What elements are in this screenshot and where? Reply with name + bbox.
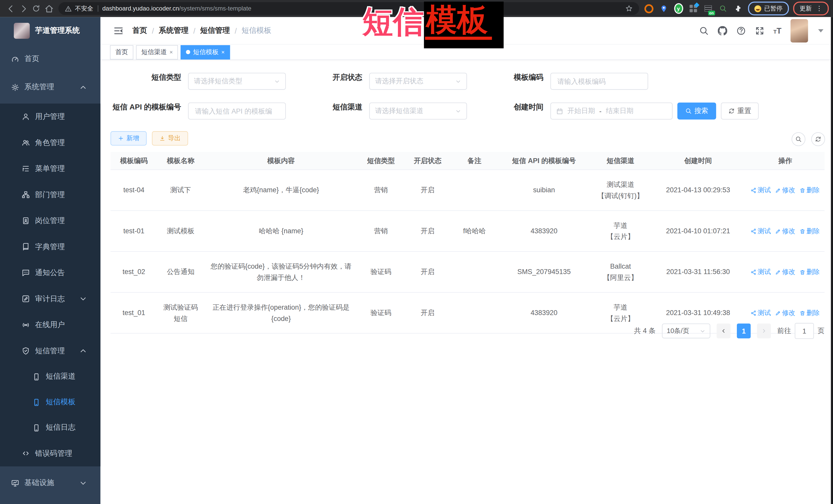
page-number-1[interactable]: 1 bbox=[737, 323, 751, 338]
help-icon[interactable] bbox=[736, 26, 745, 35]
sidebar-item-sms-channel[interactable]: 短信渠道 bbox=[0, 364, 100, 389]
message-icon bbox=[22, 269, 30, 277]
time-field-wrap: 开始日期 - 结束日期 bbox=[544, 102, 673, 119]
show-search-toggle-button[interactable] bbox=[791, 132, 805, 146]
extension-grid-icon[interactable] bbox=[689, 4, 698, 13]
template-code-input[interactable] bbox=[556, 77, 642, 86]
user-avatar[interactable] bbox=[790, 19, 808, 42]
avatar-caret-icon[interactable] bbox=[818, 29, 824, 32]
phone-icon bbox=[32, 373, 40, 381]
test-link[interactable]: 测试 bbox=[751, 185, 771, 196]
next-page-button[interactable] bbox=[757, 323, 771, 338]
template-code-input-box[interactable] bbox=[550, 73, 648, 90]
sidebar-item-post-mgmt[interactable]: 岗位管理 bbox=[0, 208, 100, 234]
sidebar-item-online-users[interactable]: 在线用户 bbox=[0, 312, 100, 338]
sidebar-item-system[interactable]: 系统管理 bbox=[0, 74, 100, 100]
breadcrumb-system[interactable]: 系统管理 bbox=[159, 26, 188, 35]
reset-button[interactable]: 重置 bbox=[721, 102, 759, 119]
browser-forward-button[interactable] bbox=[17, 2, 30, 15]
goto-page-input[interactable] bbox=[795, 323, 814, 339]
search-button[interactable]: 搜索 bbox=[677, 102, 716, 119]
tag-home[interactable]: 首页 bbox=[110, 45, 133, 59]
channel-select[interactable]: 请选择短信渠道 bbox=[369, 102, 467, 119]
end-date-placeholder[interactable]: 结束日期 bbox=[606, 106, 634, 116]
start-date-placeholder[interactable]: 开始日期 bbox=[567, 106, 595, 116]
sidebar-item-menu-mgmt[interactable]: 菜单管理 bbox=[0, 155, 100, 182]
page-size-select[interactable]: 10条/页 bbox=[662, 323, 710, 338]
refresh-table-button[interactable] bbox=[811, 132, 825, 146]
header-search-icon[interactable] bbox=[699, 26, 708, 35]
edit-icon bbox=[775, 187, 781, 193]
tag-sms-channel[interactable]: 短信渠道 × bbox=[136, 45, 178, 59]
delete-link[interactable]: 删除 bbox=[800, 185, 820, 196]
delete-link[interactable]: 删除 bbox=[800, 267, 820, 278]
test-link[interactable]: 测试 bbox=[751, 267, 771, 278]
edit-link[interactable]: 修改 bbox=[775, 267, 795, 278]
browser-update-chip[interactable]: 更新 ⋮ bbox=[793, 2, 829, 16]
extension-pin-icon[interactable] bbox=[659, 4, 668, 13]
book-icon bbox=[22, 243, 30, 251]
close-icon[interactable]: × bbox=[221, 49, 224, 55]
hamburger-icon[interactable] bbox=[113, 25, 124, 35]
sidebar-item-notice[interactable]: 通知公告 bbox=[0, 260, 100, 286]
add-button[interactable]: 新增 bbox=[111, 131, 147, 146]
browser-home-button[interactable] bbox=[43, 2, 55, 15]
extensions-puzzle-icon[interactable] bbox=[734, 4, 742, 13]
sidebar-item-infrastructure[interactable]: 基础设施 bbox=[0, 470, 100, 496]
github-icon[interactable] bbox=[718, 26, 727, 35]
cell-created: 2021-04-13 00:29:53 bbox=[650, 170, 746, 211]
sidebar-item-sms-log[interactable]: 短信日志 bbox=[0, 415, 100, 440]
close-icon[interactable]: × bbox=[169, 49, 173, 55]
browser-menu-kebab-icon[interactable]: ⋮ bbox=[816, 5, 823, 12]
edit-link[interactable]: 修改 bbox=[775, 307, 795, 318]
sidebar-item-dept-mgmt[interactable]: 部门管理 bbox=[0, 182, 100, 208]
tag-sms-template[interactable]: 短信模板 × bbox=[181, 45, 230, 59]
delete-link[interactable]: 删除 bbox=[800, 307, 820, 318]
date-range-picker[interactable]: 开始日期 - 结束日期 bbox=[550, 102, 673, 119]
breadcrumb-home[interactable]: 首页 bbox=[132, 26, 147, 35]
sidebar-item-dict-mgmt[interactable]: 字典管理 bbox=[0, 234, 100, 260]
api-field-wrap bbox=[181, 102, 286, 119]
test-link[interactable]: 测试 bbox=[751, 225, 771, 237]
status-label: 开启状态 bbox=[333, 73, 362, 82]
bookmark-star-icon[interactable] bbox=[625, 5, 633, 12]
sidebar-item-role-mgmt[interactable]: 角色管理 bbox=[0, 130, 100, 156]
trash-icon bbox=[800, 228, 806, 234]
address-bar[interactable]: 不安全 dashboard.yudao.iocoder.cn/system/sm… bbox=[58, 2, 639, 15]
sidebar-item-home[interactable]: 首页 bbox=[0, 46, 100, 72]
extension-search-icon[interactable] bbox=[719, 4, 728, 13]
browser-back-button[interactable] bbox=[4, 2, 17, 15]
date-separator: - bbox=[599, 107, 601, 115]
chevron-down-icon bbox=[700, 328, 706, 334]
status-select[interactable]: 请选择开启状态 bbox=[369, 73, 467, 90]
delete-link[interactable]: 删除 bbox=[800, 225, 820, 237]
api-template-id-input-box[interactable] bbox=[188, 102, 286, 119]
sidebar-item-sms-template[interactable]: 短信模板 bbox=[0, 389, 100, 415]
sidebar-item-sms-mgmt[interactable]: 短信管理 bbox=[0, 338, 100, 364]
app-logo[interactable]: 芋道管理系统 bbox=[0, 17, 100, 45]
sidebar-item-audit-log[interactable]: 审计日志 bbox=[0, 286, 100, 312]
sidebar-item-error-code[interactable]: 错误码管理 bbox=[0, 440, 100, 466]
sidebar-item-user-mgmt[interactable]: 用户管理 bbox=[0, 103, 100, 130]
cell-api-id: suibian bbox=[497, 170, 591, 211]
fullscreen-icon[interactable] bbox=[755, 26, 764, 35]
api-template-id-input[interactable] bbox=[194, 106, 280, 115]
browser-reload-button[interactable] bbox=[30, 2, 43, 15]
edit-link[interactable]: 修改 bbox=[775, 225, 795, 237]
cell-remark bbox=[452, 292, 497, 334]
extension-list-icon[interactable]: on bbox=[704, 4, 713, 13]
prev-page-button[interactable] bbox=[717, 323, 731, 338]
extension-y-icon[interactable]: y bbox=[674, 4, 683, 13]
edit-link[interactable]: 修改 bbox=[775, 185, 795, 196]
col-header: 短信类型 bbox=[358, 152, 404, 170]
font-size-icon[interactable]: TT bbox=[773, 26, 782, 35]
profile-paused-chip[interactable]: 已暂停 bbox=[747, 2, 789, 16]
test-link[interactable]: 测试 bbox=[751, 307, 771, 318]
cell-type: 验证码 bbox=[358, 251, 404, 292]
extension-ring-icon[interactable] bbox=[644, 4, 653, 13]
main-area: 首页 / 系统管理 / 短信管理 / 短信模板 TT 首页 bbox=[100, 17, 833, 504]
export-button[interactable]: 导出 bbox=[152, 131, 188, 146]
sms-type-select[interactable]: 请选择短信类型 bbox=[188, 73, 286, 90]
breadcrumb-sms[interactable]: 短信管理 bbox=[200, 26, 230, 35]
cell-channel: 芋道【云片】 bbox=[591, 211, 650, 252]
